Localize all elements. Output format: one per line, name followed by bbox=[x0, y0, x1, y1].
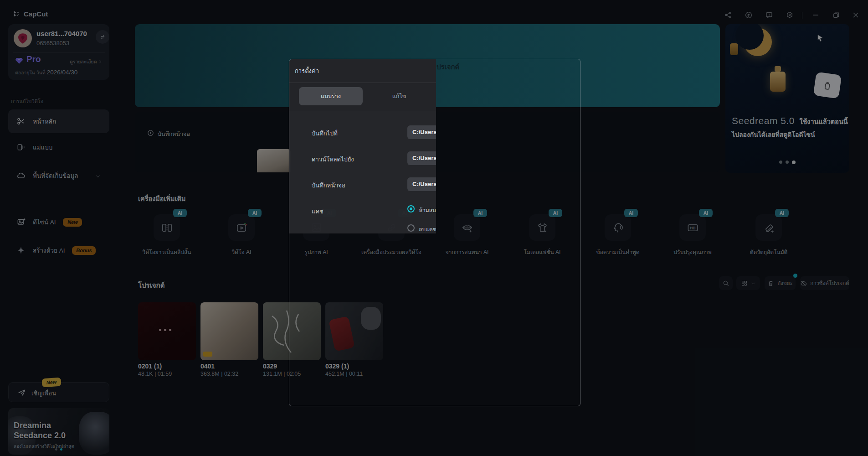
download-to-path[interactable]: C:\Users bbox=[407, 151, 436, 165]
radio-delete-cache-label[interactable]: ลบแคชจาก bbox=[419, 225, 436, 233]
download-to-label: ดาวน์โหลดไปยัง bbox=[312, 155, 354, 164]
dialog-divider bbox=[289, 83, 436, 83]
dialog-title: การตั้งค่า bbox=[295, 66, 319, 76]
screen-record-save-label: บันทึกหน้าจอ bbox=[312, 181, 345, 190]
tab-edit[interactable]: แก้ไข bbox=[367, 87, 431, 105]
cache-label: แคช bbox=[312, 207, 324, 216]
settings-dialog: การตั้งค่า แบบร่าง แก้ไข บันทึกไปที่ C:\… bbox=[289, 59, 580, 406]
dialog-rendered-panel: การตั้งค่า แบบร่าง แก้ไข บันทึกไปที่ C:\… bbox=[289, 59, 436, 233]
tab-drafts[interactable]: แบบร่าง bbox=[299, 87, 363, 105]
radio-never-delete-label[interactable]: ห้ามลบ bbox=[419, 206, 436, 214]
save-to-label: บันทึกไปที่ bbox=[312, 129, 338, 138]
screen-record-save-path[interactable]: C:/Users bbox=[407, 177, 436, 191]
save-to-path[interactable]: C:\Users bbox=[407, 125, 436, 139]
radio-never-delete[interactable] bbox=[407, 205, 415, 212]
capcut-window: CapCut user81...704070 0656538053 Pro bbox=[0, 0, 868, 456]
radio-delete-cache-from[interactable] bbox=[407, 224, 415, 232]
radio-dot bbox=[410, 207, 412, 210]
